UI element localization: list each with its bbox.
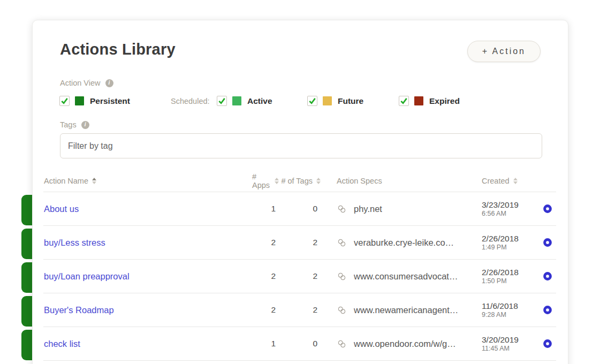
tags-count: 2 <box>279 271 321 281</box>
created-time: 11:45 AM <box>482 345 538 353</box>
table-row: buy/Loan preapproval 2 2 www.consumersad… <box>43 260 556 293</box>
action-view-label: Action View <box>60 79 101 87</box>
action-spec-cell: veraburke.crye-leike.co… <box>321 238 482 248</box>
tags-label: Tags <box>60 120 77 129</box>
created-time: 1:49 PM <box>482 244 538 252</box>
table-body: About us 1 0 phy.net 3/23/2019 6:56 AM <box>43 192 556 361</box>
expired-label: Expired <box>429 96 460 106</box>
created-cell: 2/26/2018 1:50 PM <box>482 267 538 286</box>
expired-color-swatch <box>414 96 423 105</box>
tags-count: 0 <box>279 339 321 348</box>
action-spec-text[interactable]: www.opendoor.com/w/g… <box>354 339 456 349</box>
persistent-color-swatch <box>75 96 84 105</box>
created-date: 2/26/2018 <box>482 267 538 277</box>
scheduled-label: Scheduled: <box>171 97 217 105</box>
view-filter-checkbox-row: Persistent Scheduled: Active Future Expi… <box>59 96 568 106</box>
future-checkbox[interactable] <box>307 96 317 106</box>
created-time: 1:50 PM <box>482 277 538 286</box>
apps-count: 1 <box>252 339 279 348</box>
created-date: 11/6/2018 <box>482 301 538 311</box>
sort-arrows <box>513 178 518 184</box>
filter-persistent: Persistent <box>59 96 171 106</box>
row-settings-gear-button[interactable] <box>542 270 553 282</box>
created-cell: 2/26/2018 1:49 PM <box>482 233 538 252</box>
column-header-tags[interactable]: # of Tags <box>279 177 321 185</box>
created-time: 6:56 AM <box>482 210 538 218</box>
link-icon <box>337 339 347 349</box>
active-color-swatch <box>232 96 241 105</box>
filter-expired: Expired <box>399 96 460 106</box>
table-header-row: Action Name # Apps # of Tags Action Spec… <box>43 170 556 192</box>
created-time: 9:28 AM <box>482 311 538 320</box>
column-header-action-name[interactable]: Action Name <box>43 177 252 185</box>
apps-count: 2 <box>252 238 279 247</box>
expired-checkbox[interactable] <box>399 96 409 106</box>
add-action-button[interactable]: + Action <box>467 41 541 62</box>
table-row: buy/Less stress 2 2 veraburke.crye-leike… <box>43 226 556 260</box>
column-header-apps[interactable]: # Apps <box>252 172 279 189</box>
link-icon <box>337 204 347 214</box>
tags-count: 2 <box>279 305 321 315</box>
link-icon <box>337 305 347 315</box>
action-name-link[interactable]: About us <box>43 204 252 214</box>
future-color-swatch <box>323 96 332 105</box>
tags-count: 2 <box>279 238 321 247</box>
created-cell: 11/6/2018 9:28 AM <box>482 301 538 320</box>
page-title: Actions Library <box>60 41 176 58</box>
sort-arrows <box>316 178 321 184</box>
action-spec-text[interactable]: www.newamericanagent… <box>354 305 458 315</box>
row-settings-gear-button[interactable] <box>542 304 553 316</box>
persistent-label: Persistent <box>90 96 130 106</box>
action-spec-cell: phy.net <box>321 204 482 214</box>
action-spec-cell: www.consumersadvocat… <box>321 271 482 282</box>
action-name-link[interactable]: buy/Less stress <box>43 238 252 248</box>
table-row: Buyer's Roadmap 2 2 www.newamericanagent… <box>43 293 556 327</box>
filter-future: Future <box>307 96 399 106</box>
persistent-checkbox[interactable] <box>59 96 70 106</box>
column-header-created[interactable]: Created <box>482 177 538 185</box>
tags-info-icon[interactable]: i <box>81 121 89 129</box>
row-settings-gear-button[interactable] <box>542 203 553 215</box>
actions-table: Action Name # Apps # of Tags Action Spec… <box>43 170 556 361</box>
action-spec-text[interactable]: phy.net <box>354 204 382 214</box>
action-name-link[interactable]: buy/Loan preapproval <box>43 271 252 282</box>
tag-filter-input[interactable] <box>60 133 542 158</box>
link-icon <box>337 271 347 282</box>
future-label: Future <box>338 96 363 106</box>
action-spec-cell: www.opendoor.com/w/g… <box>321 339 482 349</box>
created-cell: 3/23/2019 6:56 AM <box>482 200 538 218</box>
tags-section: Tags i <box>60 120 568 129</box>
apps-count: 2 <box>252 305 279 315</box>
action-view-info-icon[interactable]: i <box>105 79 113 87</box>
action-view-section: Action View i <box>60 79 568 87</box>
created-date: 3/20/2019 <box>482 335 538 345</box>
card-header: Actions Library + Action <box>33 20 568 62</box>
row-settings-gear-button[interactable] <box>542 338 553 350</box>
active-label: Active <box>247 96 272 106</box>
row-settings-gear-button[interactable] <box>542 237 553 248</box>
actions-library-card: Actions Library + Action Action View i P… <box>32 20 568 364</box>
apps-count: 2 <box>252 271 279 281</box>
tags-count: 0 <box>279 204 321 214</box>
action-name-link[interactable]: check list <box>43 339 252 349</box>
created-cell: 3/20/2019 11:45 AM <box>482 335 538 353</box>
table-row: check list 1 0 www.opendoor.com/w/g… 3/2… <box>43 327 556 361</box>
apps-count: 1 <box>252 204 279 214</box>
action-name-link[interactable]: Buyer's Roadmap <box>43 305 252 315</box>
created-date: 3/23/2019 <box>482 200 538 210</box>
action-spec-text[interactable]: www.consumersadvocat… <box>354 271 458 282</box>
column-header-action-specs: Action Specs <box>321 177 482 185</box>
action-spec-cell: www.newamericanagent… <box>321 305 482 315</box>
link-icon <box>337 238 347 248</box>
created-date: 2/26/2018 <box>482 233 538 244</box>
sort-arrows <box>275 178 279 184</box>
action-spec-text[interactable]: veraburke.crye-leike.co… <box>354 238 454 248</box>
active-checkbox[interactable] <box>217 96 227 106</box>
filter-active: Active <box>217 96 307 106</box>
sort-arrows <box>92 178 96 184</box>
table-row: About us 1 0 phy.net 3/23/2019 6:56 AM <box>43 192 556 226</box>
